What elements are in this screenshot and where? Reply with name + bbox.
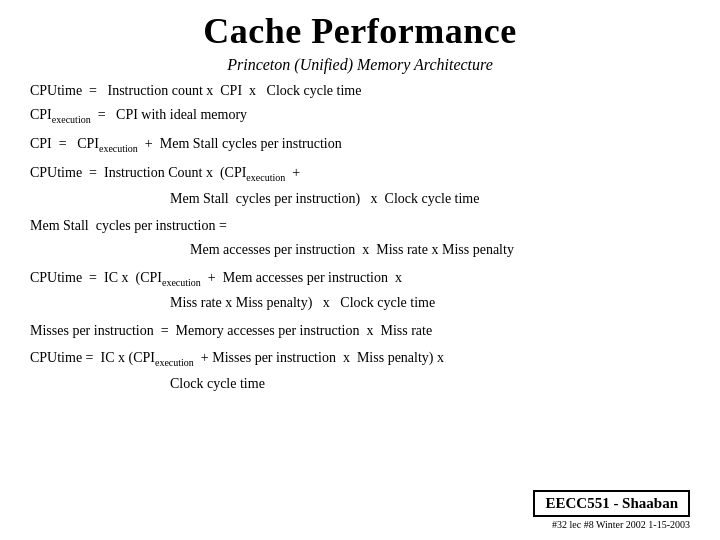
- footer-info: #32 lec #8 Winter 2002 1-15-2003: [552, 519, 690, 530]
- badge: EECC551 - Shaaban: [533, 490, 690, 517]
- line-cputime-2b: Mem Stall cycles per instruction) x Cloc…: [30, 188, 690, 210]
- line-cpi-execution: CPIexecution = CPI with ideal memory: [30, 104, 690, 127]
- line-cpi-eq: CPI = CPIexecution + Mem Stall cycles pe…: [30, 133, 690, 156]
- line-cputime-3a: CPUtime = IC x (CPIexecution + Mem acces…: [30, 267, 690, 290]
- page-title: Cache Performance: [30, 10, 690, 52]
- page: Cache Performance Princeton (Unified) Me…: [0, 0, 720, 540]
- line-memstall-b: Mem accesses per instruction x Miss rate…: [30, 239, 690, 261]
- line-misses: Misses per instruction = Memory accesses…: [30, 320, 690, 342]
- line-cputime-3b: Miss rate x Miss penalty) x Clock cycle …: [30, 292, 690, 314]
- content-area: CPUtime = Instruction count x CPI x Cloc…: [30, 80, 690, 486]
- footer: EECC551 - Shaaban #32 lec #8 Winter 2002…: [30, 490, 690, 530]
- line-memstall-a: Mem Stall cycles per instruction =: [30, 215, 690, 237]
- line-cpuime-1: CPUtime = Instruction count x CPI x Cloc…: [30, 80, 690, 102]
- subtitle: Princeton (Unified) Memory Architecture: [30, 56, 690, 74]
- line-cputime-4a: CPUtime = IC x (CPIexecution + Misses pe…: [30, 347, 690, 370]
- line-cputime-4b: Clock cycle time: [30, 373, 690, 395]
- line-cputime-2a: CPUtime = Instruction Count x (CPIexecut…: [30, 162, 690, 185]
